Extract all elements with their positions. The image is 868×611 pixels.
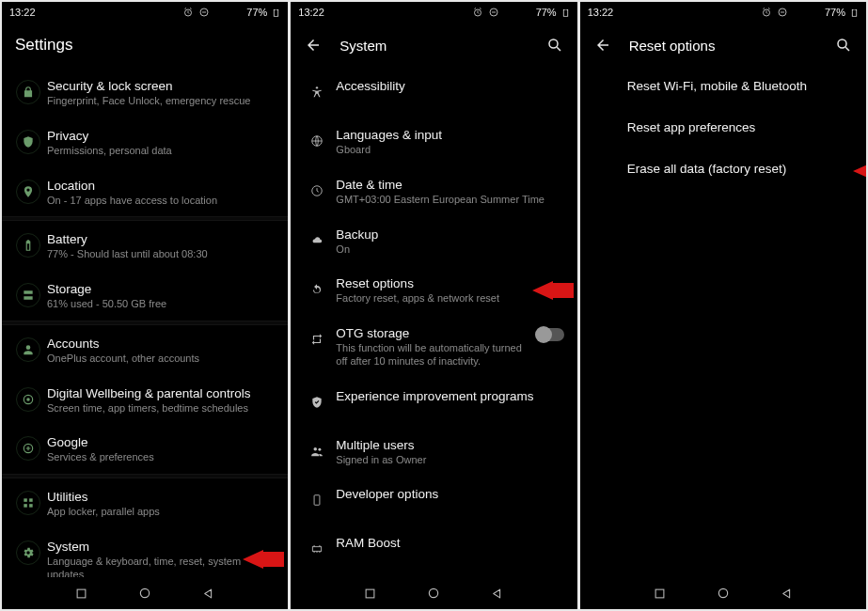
list-item[interactable]: System updates: [291, 573, 576, 577]
item-sub: App locker, parallel apps: [47, 506, 275, 519]
list-item[interactable]: Accounts OnePlus account, other accounts: [2, 325, 288, 375]
phone-screen-1: 13:22 77% System Accessibility: [291, 2, 576, 609]
back-button[interactable]: [593, 36, 612, 55]
item-label: Accounts: [47, 337, 275, 351]
svg-point-23: [316, 86, 318, 88]
toggle[interactable]: [536, 328, 564, 341]
item-label: System: [47, 540, 275, 554]
pointer-arrow: [853, 162, 866, 180]
svg-rect-29: [313, 547, 322, 552]
list-item[interactable]: Languages & input Gboard: [291, 117, 576, 166]
nav-home[interactable]: [137, 586, 152, 601]
list-item[interactable]: Multiple users Signed in as Owner: [291, 427, 576, 477]
nav-back[interactable]: [490, 587, 504, 601]
item-sub: Permissions, personal data: [47, 145, 275, 158]
svg-rect-10: [24, 504, 27, 508]
item-label: Backup: [336, 227, 563, 242]
battery-icon: [561, 7, 570, 19]
wifi-icon: [504, 7, 516, 19]
list-item[interactable]: Developer options: [291, 476, 576, 525]
item-label: Languages & input: [336, 128, 563, 142]
screen-header: Reset options: [580, 23, 866, 68]
svg-rect-28: [314, 495, 320, 506]
item-sub: 61% used - 50.50 GB free: [47, 298, 275, 311]
nav-recent[interactable]: [653, 587, 667, 601]
battery-icon: [272, 7, 280, 19]
dnd-icon: [777, 7, 788, 18]
utilities-icon: [16, 491, 40, 515]
checkshield-icon: [305, 390, 329, 415]
alarm-icon: [182, 7, 194, 18]
item-label: Erase all data (factory reset): [627, 162, 853, 176]
item-label: Accessibility: [336, 79, 563, 93]
phone-screen-2: 13:22 77% Reset options Reset Wi-Fi, mob…: [580, 2, 866, 609]
back-button[interactable]: [304, 36, 323, 55]
status-bar: 13:22 77%: [2, 2, 288, 23]
nav-bar: [291, 577, 576, 609]
item-label: Security & lock screen: [47, 79, 275, 93]
list-item[interactable]: Google Services & preferences: [2, 424, 288, 474]
item-label: Reset options: [336, 276, 563, 290]
list-item[interactable]: OTG storage This function will be automa…: [291, 315, 576, 378]
nav-recent[interactable]: [363, 587, 377, 601]
item-label: OTG storage: [336, 326, 533, 340]
status-icons: 77%: [472, 7, 570, 19]
list-item[interactable]: Storage 61% used - 50.50 GB free: [2, 271, 288, 321]
list-item[interactable]: Utilities App locker, parallel apps: [2, 478, 288, 528]
alarm-icon: [761, 7, 772, 18]
item-sub: OnePlus account, other accounts: [47, 352, 275, 366]
clock-icon: [305, 179, 329, 203]
svg-rect-15: [77, 589, 86, 598]
status-time: 13:22: [9, 7, 36, 18]
screen-header: System: [291, 23, 576, 68]
nav-recent[interactable]: [74, 587, 88, 601]
nav-home[interactable]: [716, 586, 731, 601]
list-item[interactable]: Reset app preferences: [580, 109, 866, 150]
list-item[interactable]: Digital Wellbeing & parental controls Sc…: [2, 375, 288, 425]
nav-home[interactable]: [426, 586, 441, 601]
svg-point-22: [549, 39, 558, 48]
item-label: Reset app preferences: [627, 120, 853, 134]
list-item[interactable]: Privacy Permissions, personal data: [2, 118, 288, 167]
list-item[interactable]: Battery 77% - Should last until about 08…: [2, 221, 288, 271]
list-item[interactable]: Erase all data (factory reset): [580, 150, 866, 192]
otg-icon: [305, 327, 329, 352]
item-label: RAM Boost: [336, 536, 563, 550]
list-item[interactable]: Backup On: [291, 216, 576, 266]
nav-back[interactable]: [780, 587, 794, 601]
nav-back[interactable]: [201, 587, 215, 601]
item-sub: Services & preferences: [47, 451, 275, 464]
list-item[interactable]: System Language & keyboard, time, reset,…: [2, 528, 288, 577]
system-icon: [16, 540, 40, 565]
item-sub: GMT+03:00 Eastern European Summer Time: [336, 194, 563, 207]
list-item[interactable]: Accessibility: [291, 68, 576, 117]
svg-rect-35: [853, 8, 855, 9]
list-item[interactable]: Location On - 17 apps have access to loc…: [2, 167, 288, 217]
item-label: Battery: [47, 232, 275, 246]
svg-point-37: [838, 39, 846, 48]
item-label: Digital Wellbeing & parental controls: [47, 386, 275, 400]
screen-header: Settings: [2, 23, 288, 68]
item-sub: This function will be automatically turn…: [336, 342, 533, 368]
cell-icon: [521, 8, 531, 18]
status-time: 13:22: [298, 7, 324, 18]
list-item[interactable]: Experience improvement programs: [291, 378, 576, 427]
svg-point-31: [430, 588, 438, 597]
battery-pct: 77%: [825, 7, 845, 18]
list-item[interactable]: RAM Boost: [291, 525, 576, 573]
google-icon: [16, 436, 40, 461]
item-sub: Language & keyboard, time, reset, system…: [47, 556, 275, 577]
search-button[interactable]: [834, 36, 853, 55]
list-item[interactable]: Reset options Factory reset, apps & netw…: [291, 265, 576, 315]
search-button[interactable]: [545, 36, 564, 55]
list-item[interactable]: Reset Wi-Fi, mobile & Bluetooth: [580, 68, 866, 109]
status-icons: 77%: [761, 7, 859, 19]
list-item[interactable]: Security & lock screen Fingerprint, Face…: [2, 68, 288, 118]
svg-rect-36: [853, 11, 856, 15]
item-label: Reset Wi-Fi, mobile & Bluetooth: [627, 79, 853, 93]
account-icon: [16, 337, 40, 362]
phone-screen-0: 13:22 77% Settings Security & lock scree…: [2, 2, 288, 609]
status-bar: 13:22 77%: [291, 2, 576, 23]
screen-title: System: [339, 38, 528, 54]
list-item[interactable]: Date & time GMT+03:00 Eastern European S…: [291, 166, 576, 216]
